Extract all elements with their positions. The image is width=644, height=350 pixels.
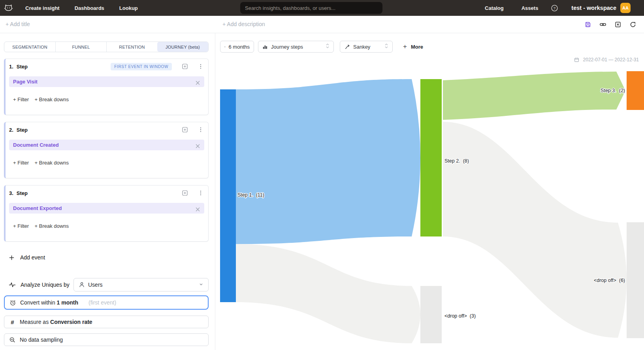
step-title: Step (17, 127, 28, 133)
measure-as-control[interactable]: # Measure as Conversion rate (4, 316, 209, 328)
add-breakdown-link[interactable]: + Break downs (35, 160, 69, 166)
add-title-button[interactable]: + Add title (6, 21, 30, 27)
chevron-down-icon (199, 281, 203, 288)
add-filter-link[interactable]: + Filter (13, 223, 29, 229)
event-select[interactable]: Page Visit (9, 76, 204, 87)
nav-catalog[interactable]: Catalog (485, 5, 504, 11)
event-name: Document Exported (13, 205, 62, 211)
analyze-by-select[interactable]: Users (73, 278, 209, 291)
tab-segmentation[interactable]: SEGMENTATION (4, 42, 55, 52)
node-label-step2: Step 2.(8) (444, 158, 469, 164)
add-step-icon[interactable] (181, 189, 188, 197)
node-label-step3: Step 3.(2) (601, 88, 625, 93)
add-step-icon[interactable] (181, 63, 188, 70)
sankey-chart: Step 1.(11) Step 2.(8) Step 3.(2) <drop … (216, 33, 644, 350)
remove-event-icon[interactable] (196, 143, 200, 148)
main-menu: Create insight Dashboards Lookup (25, 5, 138, 11)
app-logo-cat-icon[interactable] (3, 3, 13, 13)
hash-icon: # (9, 319, 16, 325)
add-breakdown-link[interactable]: + Break downs (35, 223, 69, 229)
close-insight-icon[interactable] (614, 21, 621, 28)
add-filter-link[interactable]: + Filter (13, 160, 29, 166)
conversion-window-label: Convert within 1 month (20, 299, 78, 306)
help-icon[interactable]: ? (551, 4, 558, 11)
node-dropoff-after-step2[interactable] (627, 222, 644, 338)
tab-retention[interactable]: RETENTION (106, 42, 157, 52)
node-step3[interactable] (627, 71, 644, 110)
flow-step2-step3[interactable] (443, 72, 625, 120)
step-title: Step (17, 190, 28, 196)
nav-dashboards[interactable]: Dashboards (75, 5, 104, 11)
workspace-menu[interactable]: test - workspace (571, 5, 616, 11)
chart-panel: 6 months Journey steps Sankey + More (216, 33, 644, 350)
add-step-icon[interactable] (181, 126, 188, 133)
step-number: 2. (9, 127, 13, 133)
copy-link-icon[interactable] (599, 21, 606, 28)
alarm-clock-icon (9, 299, 16, 306)
insight-header-bar: + Add title + Add description (0, 16, 644, 33)
node-label-dropoff-after-step1: <drop off>(3) (444, 313, 476, 319)
step-card-2: 2. Step Document Created (4, 122, 209, 178)
remove-event-icon[interactable] (196, 79, 200, 84)
flow-step1-step2[interactable] (236, 79, 420, 244)
node-label-dropoff-after-step2: <drop off>(6) (594, 278, 625, 283)
step-card-3: 3. Step Document Exported (4, 185, 209, 242)
insight-actions (584, 16, 636, 33)
event-select[interactable]: Document Exported (9, 203, 204, 214)
analyze-by-value: Users (88, 282, 103, 288)
step-number: 3. (9, 190, 13, 196)
first-event-badge: FIRST EVENT IN WINDOW (111, 63, 172, 70)
conversion-window-hint: (first event) (89, 299, 116, 306)
save-icon[interactable] (584, 21, 591, 28)
node-step1[interactable] (220, 89, 236, 302)
nav-lookup[interactable]: Lookup (119, 5, 138, 11)
refresh-icon[interactable] (629, 21, 636, 28)
svg-text:?: ? (554, 6, 555, 10)
top-navigation-bar: Create insight Dashboards Lookup Catalog… (0, 0, 644, 16)
add-description-button[interactable]: + Add description (222, 21, 265, 27)
add-breakdown-link[interactable]: + Break downs (35, 96, 69, 102)
tab-funnel[interactable]: FUNNEL (55, 42, 106, 52)
topnav-right-group: Catalog Assets ? test - workspace AA (485, 0, 644, 16)
analyze-uniques-label: Analyze Uniques by (21, 282, 70, 288)
flow-step2-dropoff[interactable] (443, 122, 627, 338)
conversion-window-control[interactable]: Convert within 1 month (first event) (4, 295, 209, 310)
flow-step1-dropoff[interactable] (236, 244, 420, 343)
add-event-button[interactable]: Add event (9, 252, 45, 263)
step-title: Step (17, 64, 28, 70)
data-sampling-control[interactable]: No data sampling (4, 333, 209, 346)
avatar[interactable]: AA (620, 3, 631, 13)
node-dropoff-after-step1[interactable] (420, 286, 442, 343)
event-name: Document Created (13, 142, 59, 148)
insight-type-tabs: SEGMENTATION FUNNEL RETENTION JOURNEY (b… (4, 42, 209, 52)
step-card-1: 1. Step FIRST EVENT IN WINDOW Page Visit (4, 59, 209, 115)
activity-pulse-icon (9, 281, 16, 288)
search-input[interactable] (240, 2, 382, 14)
event-name: Page Visit (13, 79, 38, 85)
insight-builder-panel: SEGMENTATION FUNNEL RETENTION JOURNEY (b… (0, 33, 215, 350)
event-select[interactable]: Document Created (9, 140, 204, 150)
step-menu-kebab-icon[interactable] (197, 63, 204, 70)
step-menu-kebab-icon[interactable] (197, 126, 204, 133)
step-number: 1. (9, 64, 13, 70)
tab-journey[interactable]: JOURNEY (beta) (157, 42, 208, 52)
person-icon (79, 282, 85, 288)
data-sampling-label: No data sampling (20, 337, 63, 343)
node-label-step1: Step 1.(11) (237, 192, 264, 198)
add-filter-link[interactable]: + Filter (13, 96, 29, 102)
measure-as-label: Measure as Conversion rate (20, 319, 92, 325)
plus-icon (9, 255, 15, 261)
step-menu-kebab-icon[interactable] (197, 189, 204, 197)
analyze-uniques-row: Analyze Uniques by Users (4, 278, 209, 291)
nav-create-insight[interactable]: Create insight (25, 5, 60, 11)
nav-assets[interactable]: Assets (522, 5, 539, 11)
add-event-label: Add event (20, 254, 45, 261)
node-step2[interactable] (420, 79, 442, 236)
remove-event-icon[interactable] (196, 206, 200, 211)
zoom-out-icon (9, 337, 16, 343)
